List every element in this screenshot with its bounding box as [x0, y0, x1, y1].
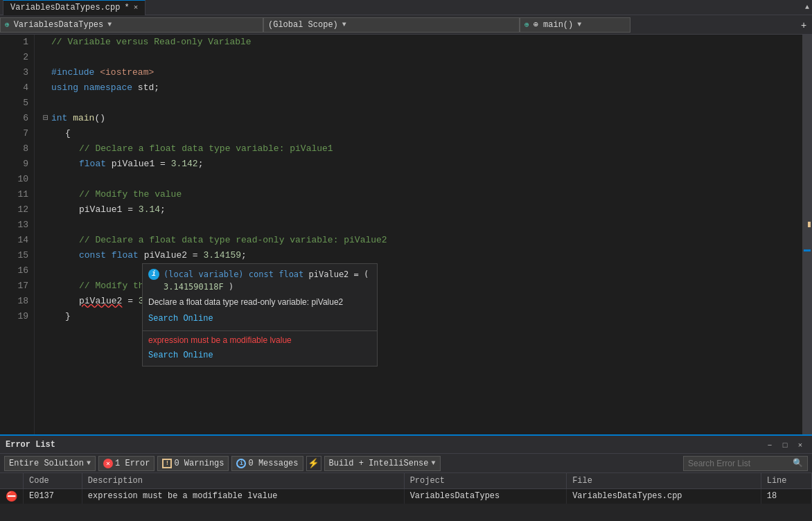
- line-num-14: 14: [0, 233, 28, 248]
- error-description-cell: expression must be a modifiable lvalue: [82, 488, 404, 504]
- code-line-7: {: [35, 126, 802, 141]
- popup-info-icon: i: [148, 269, 159, 280]
- col-header-file[interactable]: File: [567, 473, 761, 488]
- line-num-18: 18: [0, 294, 28, 309]
- solution-filter-arrow: ▼: [87, 459, 91, 467]
- warning-count-label: 0 Warnings: [174, 459, 224, 468]
- error-row-icon-cell: ⛔: [0, 488, 24, 504]
- info-icon: i: [236, 459, 246, 468]
- add-nav-button[interactable]: +: [795, 17, 812, 33]
- function-dropdown[interactable]: ⊕ ⊕ main() ▼: [520, 17, 630, 33]
- warning-icon: !: [162, 459, 172, 468]
- line-num-9: 9: [0, 157, 28, 172]
- error-file-cell: VariablesDataTypes.cpp: [567, 488, 761, 504]
- scope-icon: ⊕: [5, 20, 10, 29]
- code-line-14: // Declare a float data type read-only v…: [35, 233, 802, 248]
- table-row[interactable]: ⛔ E0137 expression must be a modifiable …: [0, 488, 812, 504]
- popup-signature: (local variable) const float piValue2 = …: [164, 268, 371, 293]
- file-tab[interactable]: VariablesDataTypes.cpp * ×: [3, 0, 145, 15]
- error-line-cell: 18: [761, 488, 811, 504]
- global-scope-label: (Global Scope): [268, 20, 338, 30]
- line-numbers: 1 2 3 4 5 6 7 8 9 10 11 12 13 14 15 16 1…: [0, 35, 35, 434]
- popup-search-link-2[interactable]: Search Online: [148, 351, 213, 360]
- info-count-badge[interactable]: i 0 Messages: [231, 456, 303, 471]
- line-num-12: 12: [0, 202, 28, 218]
- panel-restore-button[interactable]: □: [779, 439, 791, 451]
- error-table: Code Description Project File Line ⛔ E01…: [0, 473, 812, 521]
- func-label: ⊕ main(): [533, 19, 574, 30]
- line-num-15: 15: [0, 248, 28, 263]
- panel-header-buttons: − □ ×: [764, 439, 806, 451]
- warning-count-badge[interactable]: ! 0 Warnings: [157, 456, 229, 471]
- scroll-up-arrow[interactable]: ▲: [805, 3, 809, 11]
- build-filter-label: Build + IntelliSense: [329, 459, 429, 468]
- code-line-1: // Variable versus Read-only Variable: [35, 35, 802, 50]
- line-num-19: 19: [0, 309, 28, 324]
- scroll-yellow-mark: [808, 222, 811, 227]
- line-num-2: 2: [0, 50, 28, 65]
- error-panel-title: Error List: [6, 440, 55, 450]
- error-search-input[interactable]: [688, 459, 793, 468]
- line-num-13: 13: [0, 218, 28, 233]
- line-num-4: 4: [0, 80, 28, 96]
- build-filter-dropdown[interactable]: Build + IntelliSense ▼: [324, 456, 441, 471]
- close-tab-button[interactable]: ×: [134, 3, 139, 12]
- error-project-cell: VariablesDataTypes: [404, 488, 567, 504]
- popup-link1-container: Search Online: [143, 312, 377, 328]
- code-line-15: const float piValue2 = 3.14159 ;: [35, 248, 802, 263]
- popup-error-text: expression must be a modifiable lvalue: [143, 334, 377, 349]
- title-bar: VariablesDataTypes.cpp * × ▲: [0, 0, 812, 15]
- line-num-6: 6: [0, 111, 28, 126]
- scope-dropdown[interactable]: ⊕ VariablesDataTypes ▼: [0, 17, 263, 33]
- solution-filter-label: Entire Solution: [9, 459, 84, 468]
- line-num-17: 17: [0, 279, 28, 294]
- vertical-scrollbar[interactable]: [802, 35, 812, 434]
- col-header-code[interactable]: Code: [24, 473, 82, 488]
- error-count-label: 1 Error: [115, 459, 150, 468]
- code-editor[interactable]: // Variable versus Read-only Variable #i…: [35, 35, 802, 434]
- popup-description: Declare a float data type read-only vari…: [143, 294, 377, 312]
- popup-search-link-1[interactable]: Search Online: [148, 314, 213, 324]
- popup-divider: [143, 330, 377, 331]
- intellisense-popup: i (local variable) const float piValue2 …: [142, 263, 378, 367]
- line-num-8: 8: [0, 141, 28, 157]
- nav-right-buttons: +: [795, 17, 812, 33]
- title-bar-actions: ▲: [805, 3, 809, 11]
- col-header-project[interactable]: Project: [404, 473, 567, 488]
- collapse-icon-6[interactable]: ⊟: [40, 111, 51, 126]
- error-icon: ✕: [103, 459, 113, 468]
- func-arrow: ▼: [577, 21, 581, 28]
- tab-modified: *: [124, 3, 129, 12]
- col-header-line[interactable]: Line: [761, 473, 811, 488]
- error-toolbar: Entire Solution ▼ ✕ 1 Error ! 0 Warnings…: [0, 454, 812, 473]
- error-count-badge[interactable]: ✕ 1 Error: [98, 456, 155, 471]
- code-line-3: #include <iostream>: [35, 65, 802, 80]
- build-filter-arrow: ▼: [432, 459, 436, 467]
- code-line-2: [35, 50, 802, 65]
- code-line-4: using namespace std;: [35, 80, 802, 96]
- editor-area: 1 2 3 4 5 6 7 8 9 10 11 12 13 14 15 16 1…: [0, 35, 812, 434]
- col-header-icon: [0, 473, 24, 488]
- info-count-label: 0 Messages: [248, 459, 298, 468]
- code-line-13: [35, 218, 802, 233]
- global-scope-dropdown[interactable]: (Global Scope) ▼: [263, 17, 520, 33]
- nav-bar: ⊕ VariablesDataTypes ▼ (Global Scope) ▼ …: [0, 15, 812, 35]
- code-line-5: [35, 96, 802, 111]
- global-scope-arrow: ▼: [342, 21, 346, 28]
- error-severity-icon: ⛔: [6, 491, 17, 502]
- line-num-1: 1: [0, 35, 28, 50]
- col-header-description[interactable]: Description: [82, 473, 404, 488]
- code-line-11: // Modify the value: [35, 187, 802, 202]
- line-num-3: 3: [0, 65, 28, 80]
- solution-filter-dropdown[interactable]: Entire Solution ▼: [4, 456, 96, 471]
- scope-label: VariablesDataTypes: [14, 20, 104, 30]
- code-line-10: [35, 172, 802, 187]
- line-num-7: 7: [0, 126, 28, 141]
- filter-button[interactable]: ⚡: [306, 456, 321, 471]
- error-code-cell: E0137: [24, 488, 82, 504]
- scope-arrow: ▼: [107, 21, 112, 28]
- scroll-blue-mark: [804, 249, 811, 251]
- table-header-row: Code Description Project File Line: [0, 473, 812, 488]
- panel-close-button[interactable]: ×: [794, 439, 806, 451]
- panel-minimize-button[interactable]: −: [764, 439, 776, 451]
